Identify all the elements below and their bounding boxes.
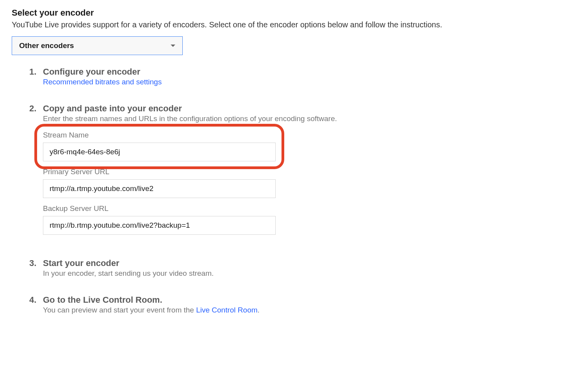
step-description: Enter the stream names and URLs in the c… xyxy=(43,114,576,123)
chevron-down-icon xyxy=(171,45,175,47)
stream-name-field-group: Stream Name xyxy=(43,131,576,161)
live-control-room-link[interactable]: Live Control Room xyxy=(196,306,257,314)
encoder-dropdown[interactable]: Other encoders xyxy=(12,36,183,55)
step-description: You can preview and start your event fro… xyxy=(43,306,576,314)
desc-suffix: . xyxy=(258,306,260,314)
step-title: Copy and paste into your encoder xyxy=(43,104,576,114)
page-title: Select your encoder xyxy=(12,8,576,18)
step-number: 3. xyxy=(29,258,43,278)
stream-name-label: Stream Name xyxy=(43,131,576,139)
backup-url-field-group: Backup Server URL xyxy=(43,204,576,235)
stream-name-input[interactable] xyxy=(43,143,276,161)
step-number: 4. xyxy=(29,295,43,314)
step-title: Start your encoder xyxy=(43,258,576,268)
backup-url-input[interactable] xyxy=(43,216,276,235)
step-title: Configure your encoder xyxy=(43,67,576,77)
step-number: 1. xyxy=(29,67,43,86)
step-title: Go to the Live Control Room. xyxy=(43,295,576,305)
dropdown-label: Other encoders xyxy=(19,41,74,50)
primary-url-input[interactable] xyxy=(43,179,276,198)
primary-url-field-group: Primary Server URL xyxy=(43,168,576,198)
step-number: 2. xyxy=(29,104,43,241)
step-copy-paste: 2. Copy and paste into your encoder Ente… xyxy=(29,104,576,241)
desc-prefix: You can preview and start your event fro… xyxy=(43,306,196,314)
backup-url-label: Backup Server URL xyxy=(43,204,576,213)
page-subtitle: YouTube Live provides support for a vari… xyxy=(12,20,576,29)
step-control-room: 4. Go to the Live Control Room. You can … xyxy=(29,295,576,314)
recommended-bitrates-link[interactable]: Recommended bitrates and settings xyxy=(43,78,576,86)
primary-url-label: Primary Server URL xyxy=(43,168,576,176)
steps-list: 1. Configure your encoder Recommended bi… xyxy=(12,67,576,314)
step-description: In your encoder, start sending us your v… xyxy=(43,269,576,278)
step-configure: 1. Configure your encoder Recommended bi… xyxy=(29,67,576,86)
step-start-encoder: 3. Start your encoder In your encoder, s… xyxy=(29,258,576,278)
